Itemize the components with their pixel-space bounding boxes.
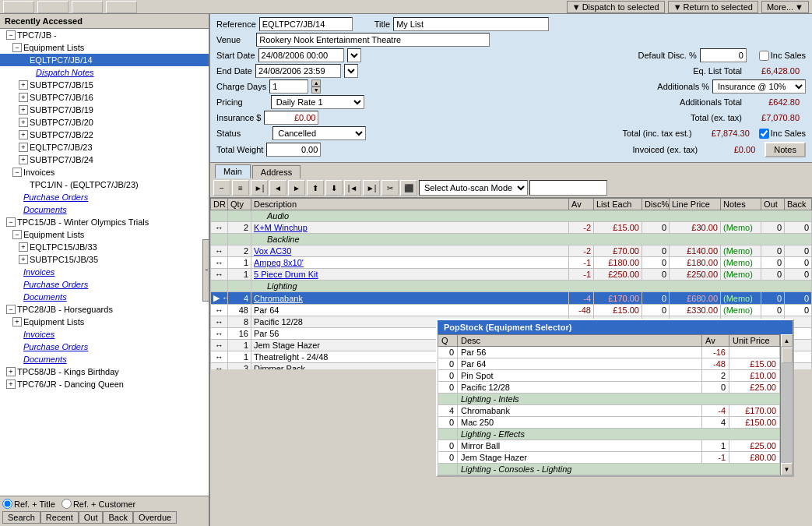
radio-ref-customer[interactable]: Ref. + Customer xyxy=(62,499,135,509)
more-button[interactable]: More... ▼ xyxy=(761,1,809,13)
grid-btn-cut[interactable]: ✂ xyxy=(381,180,399,196)
expand-icon-subtpc7jb16[interactable]: + xyxy=(19,93,28,102)
grid-btn-right-end[interactable]: ►| xyxy=(251,180,268,196)
expand-icon-tpc58jb[interactable]: + xyxy=(6,367,16,376)
list-item[interactable]: Lighting - Consoles - Lighting xyxy=(438,464,793,475)
ps-scroll-up[interactable]: ▲ xyxy=(781,334,793,347)
list-item[interactable]: 0 Mirror Ball 1 £25.00 xyxy=(438,440,793,452)
ps-scroll-down[interactable]: ▼ xyxy=(781,463,793,475)
title-input[interactable] xyxy=(393,17,549,31)
expand-icon-equip_lists_3[interactable]: + xyxy=(12,317,22,327)
list-item[interactable]: 4 Chromabank -4 £170.00 xyxy=(438,405,793,417)
table-row[interactable]: Audio xyxy=(211,210,812,222)
tree-item-invoices_1[interactable]: −Invoices xyxy=(0,166,209,178)
table-row[interactable]: ↔ 2 Vox AC30 -2 £70.00 0 £140.00 (Memo) … xyxy=(211,245,812,257)
start-date-input[interactable] xyxy=(258,48,344,62)
list-item[interactable]: 0 Pacific 12/28 0 £25.00 xyxy=(438,382,793,394)
grid-btn-left[interactable]: ◄ xyxy=(269,180,286,196)
total-weight-input[interactable] xyxy=(266,143,321,157)
charge-days-input[interactable] xyxy=(269,79,308,94)
tree-item-tpc28jb[interactable]: −TPC28/JB - Horseguards xyxy=(0,303,209,316)
tree-item-purchase_orders_3[interactable]: Purchase Orders xyxy=(0,341,209,353)
tree-item-documents_2[interactable]: Documents xyxy=(0,291,209,303)
expand-icon-tpc7jb[interactable]: − xyxy=(6,30,16,40)
expand-icon-subtpc15jb35[interactable]: + xyxy=(19,255,28,264)
reference-input[interactable] xyxy=(259,17,353,31)
bottom-tab-search[interactable]: Search xyxy=(2,511,40,524)
tree-item-equip_lists_1[interactable]: −Equipment Lists xyxy=(0,41,209,54)
tree-item-dispatch_notes[interactable]: Dispatch Notes xyxy=(0,66,209,79)
table-row[interactable]: ↔ 1 5 Piece Drum Kit -1 £250.00 0 £250.0… xyxy=(211,269,812,281)
grid-btn-block[interactable]: ⬛ xyxy=(400,180,417,196)
list-item[interactable]: 0 Par 56 -16 xyxy=(438,347,793,358)
table-row[interactable]: Backline xyxy=(211,234,812,245)
insurance-input[interactable] xyxy=(264,111,318,125)
expand-icon-subtpc7jb22[interactable]: + xyxy=(19,130,28,139)
pricing-select[interactable]: Daily Rate 1 xyxy=(271,95,364,109)
spin-down-btn[interactable]: ▼ xyxy=(311,86,321,94)
expand-icon-subtpc7jb19[interactable]: + xyxy=(19,105,28,115)
list-item[interactable]: Lighting - Effects xyxy=(438,429,793,440)
list-item[interactable]: Lighting - Intels xyxy=(438,394,793,405)
grid-btn-b[interactable]: ►| xyxy=(363,180,380,196)
grid-btn-paste[interactable]: ⬇ xyxy=(325,180,343,196)
expand-icon-tpc15jb[interactable]: − xyxy=(6,217,16,227)
inc-sales-1-checkbox[interactable]: Inc Sales xyxy=(759,51,806,61)
tree-item-subtpc7jb24[interactable]: +SUBTPC7/JB/24 xyxy=(0,154,209,166)
tree-item-equip_lists_2[interactable]: −Equipment Lists xyxy=(0,228,209,241)
charge-days-spinner[interactable]: ▲ ▼ xyxy=(311,79,321,94)
tree-item-equip_lists_3[interactable]: +Equipment Lists xyxy=(0,316,209,328)
bottom-tab-recent[interactable]: Recent xyxy=(40,511,79,524)
expand-icon-subtpc7jb15[interactable]: + xyxy=(19,80,28,90)
venue-input[interactable] xyxy=(256,33,490,47)
table-row[interactable]: Lighting xyxy=(211,281,812,292)
toolbar-icon-1[interactable] xyxy=(3,1,34,13)
tree-item-purchase_orders_2[interactable]: Purchase Orders xyxy=(0,278,209,291)
end-date-dropdown[interactable]: ▼ xyxy=(344,64,358,78)
grid-btn-list[interactable]: ≡ xyxy=(232,180,249,196)
tree-container[interactable]: −TPC7/JB -−Equipment ListsEQLTPC7/JB/14D… xyxy=(0,29,209,496)
expand-icon-subtpc7jb24[interactable]: + xyxy=(19,155,28,164)
auto-scan-input[interactable] xyxy=(529,180,607,196)
default-disc-input[interactable] xyxy=(700,48,747,62)
tree-item-eqltpc7jb14[interactable]: EQLTPC7/JB/14 xyxy=(0,54,209,66)
tree-item-tpc58jb[interactable]: +TPC58/JB - Kings Birthday xyxy=(0,365,209,378)
inc-sales-2-checkbox[interactable]: Inc Sales xyxy=(759,129,806,139)
list-item[interactable]: 0 Par 64 -48 £15.00 xyxy=(438,358,793,370)
grid-btn-minus[interactable]: − xyxy=(213,180,230,196)
tree-item-eqltpc15jb33[interactable]: +EQLTPC15/JB/33 xyxy=(0,241,209,253)
bottom-tab-overdue[interactable]: Overdue xyxy=(133,511,177,524)
expand-icon-tpc28jb[interactable]: − xyxy=(6,305,16,314)
tree-item-eqltpc7jb23[interactable]: +EQLTPC7/JB/23 xyxy=(0,141,209,154)
form-tab-address[interactable]: Address xyxy=(252,165,301,178)
tree-item-documents_3[interactable]: Documents xyxy=(0,353,209,365)
return-to-selected-button[interactable]: ▼ Return to selected xyxy=(668,1,758,13)
expand-icon-tpc76jr[interactable]: + xyxy=(6,379,16,389)
bottom-tab-out[interactable]: Out xyxy=(79,511,104,524)
dispatch-to-selected-button[interactable]: ▼ Dispatch to selected xyxy=(567,1,665,13)
table-row[interactable]: ↔ 1 Ampeg 8x10' -1 £180.00 0 £180.00 (Me… xyxy=(211,257,812,269)
tree-item-tpc7jb[interactable]: −TPC7/JB - xyxy=(0,29,209,41)
tree-item-subtpc15jb35[interactable]: +SUBTPC15/JB/35 xyxy=(0,253,209,266)
form-tab-main[interactable]: Main xyxy=(215,164,251,178)
expand-icon-eqltpc15jb33[interactable]: + xyxy=(19,242,28,252)
tree-item-subtpc7jb22[interactable]: +SUBTPC7/JB/22 xyxy=(0,129,209,141)
notes-button[interactable]: Notes xyxy=(765,142,806,157)
popstock-scrollbar[interactable]: ▲ ▼ xyxy=(780,334,793,475)
tree-item-documents_1[interactable]: Documents xyxy=(0,203,209,216)
list-item[interactable]: 0 Pin Spot 2 £10.00 xyxy=(438,370,793,382)
toolbar-icon-2[interactable] xyxy=(37,1,69,13)
start-date-dropdown[interactable]: ▼ xyxy=(347,48,361,62)
tree-item-invoices_2[interactable]: Invoices xyxy=(0,266,209,278)
toolbar-icon-4[interactable] xyxy=(106,1,137,13)
tree-item-invoices_3[interactable]: Invoices xyxy=(0,328,209,341)
end-date-input[interactable] xyxy=(255,64,341,78)
toolbar-icon-3[interactable] xyxy=(72,1,103,13)
tree-item-subtpc7jb19[interactable]: +SUBTPC7/JB/19 xyxy=(0,104,209,116)
status-select[interactable]: Cancelled xyxy=(272,126,366,140)
table-row[interactable]: ↔ 2 K+M Winchup -2 £15.00 0 £30.00 (Memo… xyxy=(211,222,812,234)
tree-item-purchase_orders_1[interactable]: Purchase Orders xyxy=(0,191,209,203)
table-row[interactable]: ▶ ↔ 4 Chromabank -4 £170.00 0 £680.00 (M… xyxy=(211,292,812,305)
table-row[interactable]: ↔ 48 Par 64 -48 £15.00 0 £330.00 (Memo) … xyxy=(211,305,812,316)
tree-item-tpc76jr[interactable]: +TPC76/JR - Dancing Queen xyxy=(0,378,209,390)
